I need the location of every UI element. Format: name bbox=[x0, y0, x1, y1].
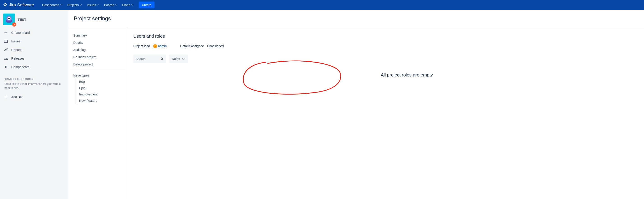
issue-type-bug[interactable]: Bug bbox=[76, 78, 125, 85]
sidebar-issues[interactable]: Issues bbox=[2, 37, 66, 46]
search-input[interactable] bbox=[136, 57, 160, 61]
sidebar-add-link[interactable]: Add link bbox=[2, 93, 66, 101]
content-heading: Users and roles bbox=[133, 34, 638, 39]
project-lead-link[interactable]: admin bbox=[158, 44, 167, 48]
releases-icon bbox=[4, 56, 8, 61]
sidebar-create-board[interactable]: Create board bbox=[2, 28, 66, 37]
settings-summary[interactable]: Summary bbox=[71, 32, 125, 39]
project-lead-label: Project lead bbox=[133, 44, 150, 48]
chevron-down-icon bbox=[60, 4, 62, 6]
layout: TEST Create board Issues Reports Release… bbox=[0, 10, 644, 199]
meta-row: Project lead admin Default Assignee Unas… bbox=[133, 44, 638, 48]
nav-projects[interactable]: Projects bbox=[66, 2, 84, 8]
main: Project settings Summary Details Audit l… bbox=[68, 10, 644, 199]
nav-plans[interactable]: Plans bbox=[120, 2, 135, 8]
search-icon bbox=[160, 57, 164, 61]
sidebar-components[interactable]: Components bbox=[2, 63, 66, 71]
roles-dropdown[interactable]: Roles bbox=[169, 54, 188, 63]
settings-reindex[interactable]: Re-index project bbox=[71, 54, 125, 61]
roles-label: Roles bbox=[172, 57, 180, 61]
plus-icon bbox=[4, 30, 8, 35]
nav-dashboards[interactable]: Dashboards bbox=[40, 2, 64, 8]
project-avatar-icon bbox=[5, 15, 13, 24]
chevron-down-icon bbox=[115, 4, 117, 6]
svg-point-3 bbox=[8, 18, 10, 20]
settings-details[interactable]: Details bbox=[71, 39, 125, 46]
content: Users and roles Project lead admin Defau… bbox=[128, 27, 644, 199]
top-nav: Jira Software Dashboards Projects Issues… bbox=[0, 0, 644, 10]
components-icon bbox=[4, 65, 8, 69]
create-button[interactable]: Create bbox=[139, 2, 154, 8]
chevron-down-icon bbox=[97, 4, 99, 6]
project-type-badge-icon bbox=[12, 22, 16, 26]
shortcuts-help: Add a link to useful information for you… bbox=[2, 82, 66, 93]
issue-type-list: Bug Epic Improvement New Feature bbox=[76, 78, 125, 104]
divider bbox=[71, 70, 125, 70]
nav-boards[interactable]: Boards bbox=[102, 2, 119, 8]
project-avatar bbox=[3, 14, 15, 25]
jira-logo[interactable]: Jira Software bbox=[3, 2, 34, 8]
jira-logo-icon bbox=[3, 2, 8, 8]
chevron-down-icon bbox=[182, 58, 184, 60]
project-name: TEST bbox=[18, 18, 26, 22]
svg-point-8 bbox=[161, 58, 163, 60]
nav-issues[interactable]: Issues bbox=[85, 2, 101, 8]
settings-delete[interactable]: Delete project bbox=[71, 61, 125, 68]
issues-icon bbox=[4, 39, 8, 44]
controls-row: Roles bbox=[133, 54, 638, 63]
chevron-down-icon bbox=[131, 4, 133, 6]
chevron-down-icon bbox=[80, 4, 82, 6]
product-name: Jira Software bbox=[9, 2, 34, 8]
issue-type-epic[interactable]: Epic bbox=[76, 85, 125, 91]
search-box[interactable] bbox=[133, 54, 166, 63]
sidebar-reports[interactable]: Reports bbox=[2, 46, 66, 54]
default-assignee-value: Unassigned bbox=[207, 44, 224, 48]
page-title: Project settings bbox=[68, 10, 644, 27]
issue-type-new-feature[interactable]: New Feature bbox=[76, 98, 125, 104]
project-header[interactable]: TEST bbox=[2, 14, 66, 28]
nav-items: Dashboards Projects Issues Boards Plans … bbox=[40, 2, 154, 8]
main-columns: Summary Details Audit log Re-index proje… bbox=[68, 27, 644, 199]
sidebar-releases[interactable]: Releases bbox=[2, 54, 66, 63]
default-assignee: Default Assignee Unassigned bbox=[180, 44, 224, 48]
user-avatar-icon bbox=[153, 44, 157, 48]
empty-state-message: All project roles are empty bbox=[381, 72, 433, 78]
annotation-circle bbox=[238, 59, 344, 97]
reports-icon bbox=[4, 48, 8, 52]
issue-types-header[interactable]: Issue types bbox=[71, 72, 125, 78]
sidebar: TEST Create board Issues Reports Release… bbox=[0, 10, 68, 199]
plus-icon bbox=[4, 95, 8, 99]
svg-rect-4 bbox=[4, 40, 8, 43]
project-lead: Project lead admin bbox=[133, 44, 167, 48]
default-assignee-label: Default Assignee bbox=[180, 44, 204, 48]
issue-type-improvement[interactable]: Improvement bbox=[76, 91, 125, 98]
settings-nav: Summary Details Audit log Re-index proje… bbox=[68, 27, 128, 199]
shortcuts-header: PROJECT SHORTCUTS bbox=[2, 71, 66, 82]
settings-audit-log[interactable]: Audit log bbox=[71, 46, 125, 54]
svg-line-9 bbox=[162, 59, 163, 60]
svg-point-6 bbox=[6, 66, 6, 68]
